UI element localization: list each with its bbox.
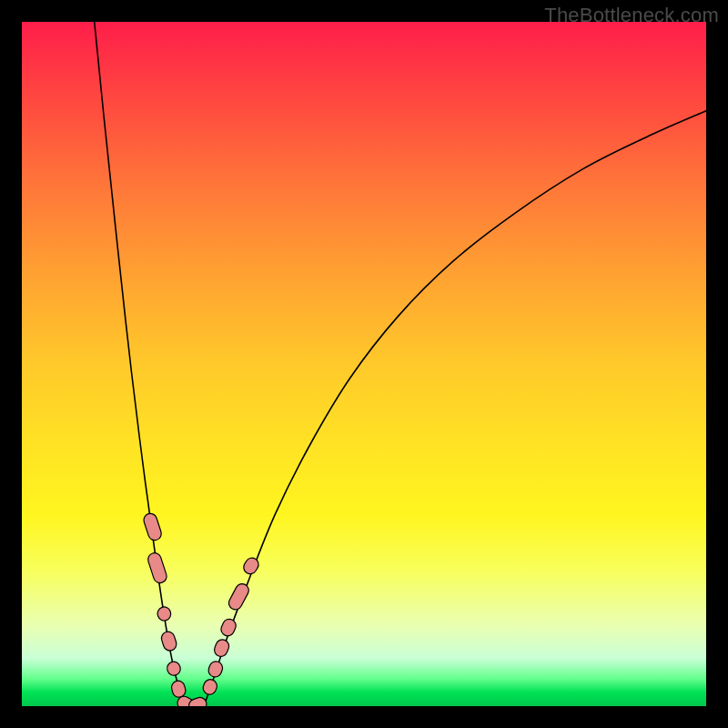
data-marker <box>170 680 187 699</box>
svg-rect-3 <box>160 630 178 652</box>
data-marker <box>142 511 163 541</box>
svg-rect-8 <box>201 678 218 696</box>
data-marker <box>187 695 208 706</box>
svg-rect-10 <box>212 638 230 659</box>
data-marker <box>156 605 172 622</box>
data-marker <box>160 630 178 652</box>
svg-rect-2 <box>156 605 172 622</box>
data-marker <box>201 678 218 696</box>
marker-layer <box>142 511 261 706</box>
plot-frame <box>22 22 706 706</box>
watermark-text: TheBottleneck.com <box>544 4 719 27</box>
plot-svg <box>22 22 706 706</box>
svg-rect-13 <box>241 555 261 576</box>
svg-rect-5 <box>170 680 187 699</box>
data-marker <box>241 555 261 576</box>
curve-right-branch <box>204 111 706 706</box>
curve-layer <box>95 22 706 706</box>
data-marker <box>166 660 182 676</box>
svg-rect-7 <box>187 695 208 706</box>
svg-rect-0 <box>142 511 163 541</box>
data-marker <box>219 617 238 638</box>
curve-left-branch <box>95 22 186 706</box>
svg-rect-9 <box>207 660 224 679</box>
data-marker <box>227 581 251 612</box>
svg-rect-12 <box>227 581 251 612</box>
svg-rect-1 <box>147 551 168 585</box>
data-marker <box>212 638 230 659</box>
data-marker <box>147 551 168 585</box>
svg-rect-4 <box>166 660 182 676</box>
data-marker <box>207 660 224 679</box>
svg-rect-11 <box>219 617 238 638</box>
